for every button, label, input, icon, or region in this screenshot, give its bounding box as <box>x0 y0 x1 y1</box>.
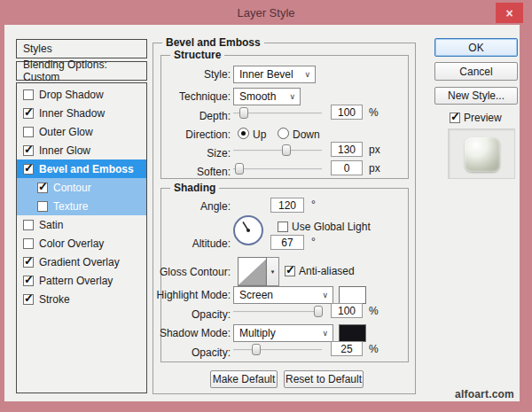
style-dropdown[interactable]: Inner Bevel ∨ <box>233 66 316 83</box>
style-value: Inner Bevel <box>239 68 293 81</box>
altitude-input[interactable] <box>270 235 304 250</box>
shadow-opacity-label: Opacity: <box>120 346 231 359</box>
soften-input[interactable] <box>331 160 363 175</box>
style-label: Style: <box>120 68 231 81</box>
angle-dial[interactable] <box>232 214 264 246</box>
preview-thumbnail <box>465 137 500 172</box>
anti-aliased-label: Anti-aliased <box>299 265 355 277</box>
shadow-mode-dropdown[interactable]: Multiply ∨ <box>233 324 333 342</box>
preview-panel <box>448 128 515 179</box>
styles-header: Styles <box>16 39 147 58</box>
combo-arrow-icon: ▼ <box>270 269 276 275</box>
depth-unit: % <box>369 106 379 119</box>
shadow-mode-label: Shadow Mode: <box>120 327 231 339</box>
highlight-opacity-slider-thumb[interactable] <box>314 306 323 317</box>
highlight-opacity-unit: % <box>369 305 379 317</box>
direction-down-radio[interactable] <box>278 128 289 139</box>
size-label: Size: <box>120 147 231 159</box>
preview-checkbox[interactable] <box>450 113 460 123</box>
sidebar-item-contour[interactable]: Contour <box>17 178 146 197</box>
sidebar-item-satin[interactable]: Satin <box>17 215 146 234</box>
satin-checkbox[interactable] <box>23 220 34 230</box>
sidebar-item-label: Drop Shadow <box>39 89 104 101</box>
technique-dropdown[interactable]: Smooth ∨ <box>233 88 301 105</box>
window-title: Layer Style <box>237 6 294 19</box>
pattern-overlay-checkbox[interactable] <box>23 276 34 286</box>
bevel-and-emboss-checkbox[interactable] <box>23 164 34 175</box>
titlebar[interactable]: Layer Style × <box>0 0 532 25</box>
contour-checkbox[interactable] <box>37 183 48 193</box>
technique-label: Technique: <box>120 90 231 103</box>
new-style-button[interactable]: New Style... <box>434 87 518 105</box>
inner-glow-checkbox[interactable] <box>23 145 34 156</box>
altitude-label: Altitude: <box>120 237 231 250</box>
structure-group-title: Structure <box>170 49 224 61</box>
angle-label: Angle: <box>120 200 231 213</box>
shadow-color-swatch[interactable] <box>339 324 366 342</box>
sidebar-item-label: Outer Glow <box>39 126 93 138</box>
sidebar-item-label: Pattern Overlay <box>39 275 113 287</box>
direction-up-label: Up <box>253 128 266 141</box>
highlight-color-swatch[interactable] <box>339 286 366 304</box>
ok-button[interactable]: OK <box>434 38 518 57</box>
angle-unit: ° <box>311 198 316 211</box>
gloss-contour-thumbnail[interactable] <box>238 257 267 286</box>
soften-slider-thumb[interactable] <box>235 163 244 175</box>
soften-slider[interactable] <box>233 163 322 175</box>
drop-shadow-checkbox[interactable] <box>23 89 34 100</box>
slider-track <box>233 311 322 313</box>
shadow-opacity-input[interactable] <box>331 341 363 356</box>
outer-glow-checkbox[interactable] <box>23 127 34 137</box>
dialog-content: Styles Blending Options: Custom Drop Sha… <box>4 25 520 401</box>
angle-dial-icon <box>232 214 264 246</box>
inner-shadow-checkbox[interactable] <box>23 108 34 119</box>
sidebar-item-label: Gradient Overlay <box>39 256 120 268</box>
slider-track <box>233 349 322 351</box>
chevron-down-icon: ∨ <box>304 70 310 79</box>
highlight-opacity-label: Opacity: <box>120 308 231 321</box>
sidebar-item-label: Color Overlay <box>39 237 104 250</box>
bevel-and-emboss-group-title: Bevel and Emboss <box>162 36 264 49</box>
depth-slider[interactable] <box>233 107 322 120</box>
cancel-button[interactable]: Cancel <box>434 62 518 81</box>
depth-label: Depth: <box>120 110 231 122</box>
color-overlay-checkbox[interactable] <box>23 238 34 249</box>
shadow-opacity-slider-thumb[interactable] <box>252 344 261 355</box>
shadow-opacity-unit: % <box>369 343 379 355</box>
use-global-light-checkbox[interactable] <box>278 222 288 232</box>
soften-unit: px <box>369 162 380 175</box>
shading-group-title: Shading <box>170 182 219 194</box>
size-unit: px <box>369 144 380 156</box>
sidebar-item-label: Inner Shadow <box>39 107 105 120</box>
size-input[interactable] <box>331 142 363 157</box>
make-default-button[interactable]: Make Default <box>210 370 278 388</box>
use-global-light-label: Use Global Light <box>292 221 371 233</box>
gloss-contour-label: Gloss Contour: <box>120 266 231 278</box>
highlight-opacity-slider[interactable] <box>233 306 322 318</box>
gradient-overlay-checkbox[interactable] <box>23 257 34 268</box>
shadow-opacity-slider[interactable] <box>233 344 322 356</box>
direction-down-label: Down <box>293 128 320 141</box>
depth-slider-thumb[interactable] <box>239 107 248 119</box>
size-slider[interactable] <box>233 144 322 157</box>
texture-checkbox[interactable] <box>37 201 48 212</box>
angle-input[interactable] <box>270 198 304 213</box>
direction-label: Direction: <box>120 128 231 141</box>
size-slider-thumb[interactable] <box>282 144 291 156</box>
highlight-mode-label: Highlight Mode: <box>120 289 231 301</box>
depth-input[interactable] <box>331 105 363 120</box>
chevron-down-icon: ∨ <box>289 92 295 101</box>
close-button[interactable]: × <box>496 3 523 23</box>
layer-style-dialog: Layer Style × Styles Blending Options: C… <box>0 0 532 412</box>
highlight-opacity-input[interactable] <box>331 303 363 318</box>
gloss-contour-dropdown-arrow[interactable]: ▼ <box>267 257 279 286</box>
reset-to-default-button[interactable]: Reset to Default <box>284 370 364 388</box>
watermark: alfoart.com <box>455 388 514 400</box>
technique-value: Smooth <box>239 90 276 103</box>
chevron-down-icon: ∨ <box>322 291 328 299</box>
anti-aliased-checkbox[interactable] <box>285 266 295 276</box>
highlight-mode-dropdown[interactable]: Screen ∨ <box>233 286 333 304</box>
stroke-checkbox[interactable] <box>23 294 34 305</box>
slider-track <box>233 150 322 152</box>
direction-up-radio[interactable] <box>238 128 249 139</box>
